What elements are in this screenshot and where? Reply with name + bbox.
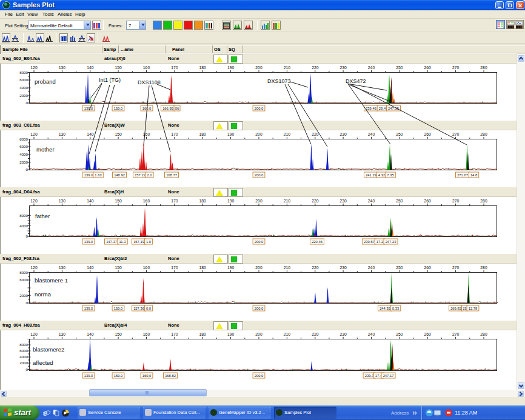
svg-text:280: 280 [480,265,487,270]
svg-text:220: 220 [312,332,319,336]
svg-text:6000: 6000 [19,144,28,148]
svg-text:150.0: 150.0 [114,374,123,378]
svg-text:160: 160 [143,265,150,270]
svg-text:8000: 8000 [19,342,28,347]
svg-text:blastomere2: blastomere2 [33,346,64,353]
svg-text:14.8: 14.8 [470,173,477,177]
svg-text:160: 160 [143,332,150,336]
svg-text:120: 120 [30,199,38,203]
svg-text:120: 120 [30,332,38,336]
svg-text:250: 250 [396,132,403,136]
svg-text:130: 130 [59,332,66,336]
svg-text:150.0: 150.0 [114,307,123,310]
svg-text:230: 230 [339,132,347,136]
svg-text:140: 140 [87,65,94,70]
svg-text:160: 160 [143,65,150,70]
svg-text:norma: norma [35,291,52,298]
svg-text:Int1 (TG): Int1 (TG) [99,77,121,83]
svg-text:120: 120 [30,65,38,70]
svg-text:130: 130 [59,265,66,270]
svg-text:240: 240 [368,199,375,203]
svg-text:139.0: 139.0 [84,240,93,244]
svg-text:210: 210 [284,65,291,70]
svg-text:150: 150 [115,265,122,270]
svg-text:11.3: 11.3 [119,240,126,244]
svg-text:166.95: 166.95 [162,107,173,110]
svg-text:230: 230 [339,199,347,203]
svg-text:200: 200 [255,265,262,270]
svg-text:250: 250 [396,199,403,203]
svg-text:280: 280 [480,199,487,203]
svg-text:250: 250 [396,265,403,270]
svg-text:247.17: 247.17 [383,374,394,378]
svg-text:0: 0 [26,367,28,372]
svg-text:e: e [43,408,47,418]
svg-text:1.63: 1.63 [95,173,101,177]
svg-text:170: 170 [171,199,178,203]
svg-text:241.29: 241.29 [366,173,376,177]
svg-text:0: 0 [26,234,28,238]
svg-text:280: 280 [480,332,487,336]
svg-text:180: 180 [199,65,207,70]
svg-text:130: 130 [59,132,66,136]
svg-text:244.35: 244.35 [380,307,390,310]
svg-text:139.0: 139.0 [84,173,93,177]
svg-text:260: 260 [424,332,432,336]
svg-text:240: 240 [368,332,375,336]
svg-text:2000: 2000 [19,361,28,365]
svg-text:230: 230 [339,265,347,270]
svg-text:200: 200 [255,65,262,70]
svg-text:260: 260 [424,199,432,203]
svg-text:240: 240 [368,65,375,70]
svg-text:220: 220 [312,265,319,270]
svg-text:120: 120 [30,132,38,136]
svg-text:8000: 8000 [19,213,28,218]
svg-text:200.0: 200.0 [255,307,264,310]
svg-text:157.22: 157.22 [135,173,145,177]
svg-text:130: 130 [59,199,66,203]
svg-text:157.36: 157.36 [133,307,144,310]
svg-text:190: 190 [227,332,235,336]
svg-text:250: 250 [396,332,403,336]
svg-text:147.37: 147.37 [106,240,117,244]
svg-text:25: 25 [463,307,466,310]
svg-text:168.82: 168.82 [165,374,176,378]
svg-text:271.67: 271.67 [457,173,468,177]
svg-text:200.0: 200.0 [255,107,264,110]
svg-text:160: 160 [143,132,150,136]
svg-text:230: 230 [339,65,347,70]
svg-text:150: 150 [115,132,122,136]
svg-text:157.19: 157.19 [133,240,144,244]
svg-text:247.23: 247.23 [386,240,396,244]
svg-text:DXS1073: DXS1073 [267,78,291,84]
svg-text:06: 06 [175,107,179,110]
svg-text:180: 180 [199,265,207,270]
svg-text:260: 260 [424,132,432,136]
svg-text:270: 270 [452,199,460,203]
svg-text:130: 130 [59,65,66,70]
svg-text:200.0: 200.0 [255,240,264,244]
svg-text:140: 140 [87,132,94,136]
svg-text:4000: 4000 [19,152,28,156]
svg-text:180: 180 [199,132,207,136]
svg-text:12.78: 12.78 [469,307,478,310]
svg-text:6000: 6000 [19,348,28,353]
svg-text:200.0: 200.0 [255,374,264,378]
svg-text:280: 280 [480,65,487,70]
svg-text:220: 220 [312,132,319,136]
svg-text:2000: 2000 [19,293,28,298]
svg-text:29.4: 29.4 [379,107,386,110]
svg-text:6000: 6000 [19,278,28,282]
svg-text:210: 210 [284,332,291,336]
svg-text:DXS472: DXS472 [346,78,366,84]
svg-text:250: 250 [396,65,403,70]
svg-text:200: 200 [255,132,262,136]
svg-text:8000: 8000 [19,70,28,75]
svg-text:6000: 6000 [19,78,28,82]
svg-text:4000: 4000 [19,85,28,90]
svg-text:140: 140 [87,332,94,336]
svg-text:280: 280 [480,132,487,136]
svg-text:190: 190 [227,199,235,203]
svg-text:180: 180 [199,199,207,203]
svg-text:blastomere 1: blastomere 1 [35,277,68,284]
